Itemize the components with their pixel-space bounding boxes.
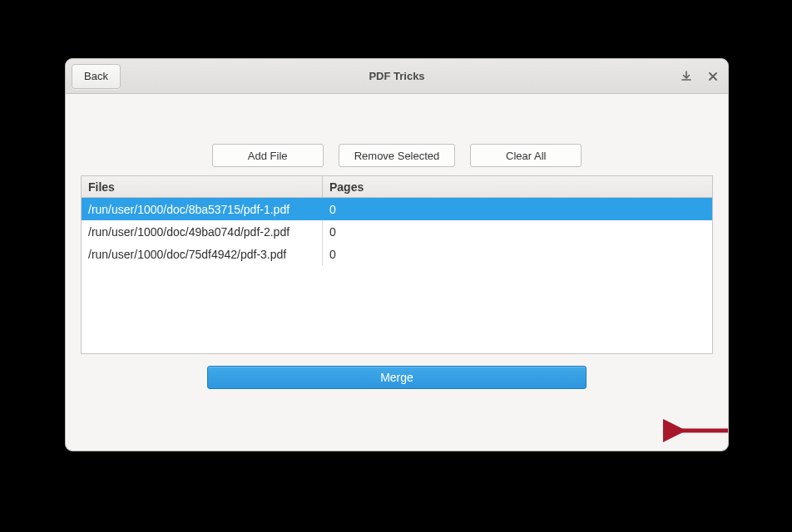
- table-body: /run/user/1000/doc/8ba53715/pdf-1.pdf 0 …: [82, 198, 712, 353]
- add-file-button[interactable]: Add File: [212, 144, 324, 167]
- cell-file: /run/user/1000/doc/75df4942/pdf-3.pdf: [82, 243, 323, 265]
- action-toolbar: Add File Remove Selected Clear All: [81, 144, 713, 167]
- close-icon[interactable]: [705, 68, 721, 85]
- table-row[interactable]: /run/user/1000/doc/49ba074d/pdf-2.pdf 0: [82, 220, 712, 243]
- table-row[interactable]: /run/user/1000/doc/75df4942/pdf-3.pdf 0: [82, 243, 712, 265]
- cell-file: /run/user/1000/doc/49ba074d/pdf-2.pdf: [82, 220, 323, 243]
- column-header-pages[interactable]: Pages: [323, 176, 712, 197]
- remove-selected-button[interactable]: Remove Selected: [339, 144, 456, 167]
- back-button[interactable]: Back: [72, 64, 121, 89]
- table-row[interactable]: /run/user/1000/doc/8ba53715/pdf-1.pdf 0: [82, 198, 712, 220]
- table-header: Files Pages: [82, 176, 712, 198]
- cell-file: /run/user/1000/doc/8ba53715/pdf-1.pdf: [82, 198, 323, 220]
- content-area: Add File Remove Selected Clear All Files…: [66, 94, 728, 451]
- column-header-files[interactable]: Files: [82, 176, 323, 197]
- merge-button[interactable]: Merge: [207, 366, 587, 389]
- titlebar-controls: [678, 59, 721, 93]
- clear-all-button[interactable]: Clear All: [470, 144, 582, 167]
- cell-pages: 0: [323, 198, 712, 220]
- app-window: Back PDF Tricks Add File Remove Selected…: [65, 58, 729, 451]
- window-title: PDF Tricks: [66, 70, 728, 82]
- merge-row: Merge: [81, 366, 713, 389]
- cell-pages: 0: [323, 243, 712, 265]
- cell-pages: 0: [323, 220, 712, 243]
- download-icon[interactable]: [678, 68, 695, 85]
- files-table: Files Pages /run/user/1000/doc/8ba53715/…: [81, 175, 713, 354]
- titlebar: Back PDF Tricks: [66, 59, 728, 94]
